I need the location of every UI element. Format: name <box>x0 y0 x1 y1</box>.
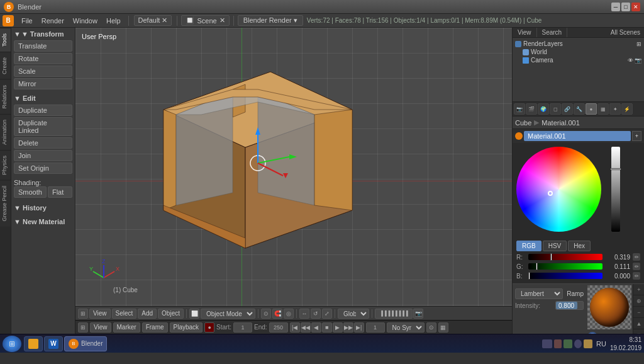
current-frame[interactable]: 1 <box>366 322 385 333</box>
tab-relations[interactable]: Relations <box>0 79 11 114</box>
tab-animation[interactable]: Animation <box>0 114 11 150</box>
scene-icon[interactable]: 🎬 <box>526 103 537 115</box>
taskbar-word[interactable]: W <box>44 336 63 351</box>
3d-viewport[interactable]: User Persp <box>75 28 512 306</box>
jump-end-icon[interactable]: ▶| <box>354 322 364 333</box>
material-name-button[interactable]: Material.001 <box>524 131 631 141</box>
camera-item[interactable]: Camera 👁 📷 <box>515 57 641 64</box>
rotate-icon[interactable]: ↺ <box>311 309 321 319</box>
end-frame[interactable]: 250 <box>269 322 288 333</box>
global-selector[interactable]: Global <box>338 309 369 319</box>
mat-preview[interactable] <box>587 285 631 329</box>
mode-selector[interactable]: Object Mode <box>201 309 255 319</box>
scale-button[interactable]: Scale <box>14 65 72 77</box>
play-icon[interactable]: ▐▐▐▐▐▐▐▐ <box>375 309 413 319</box>
step-back-icon[interactable]: ◀◀ <box>301 322 311 333</box>
camera-eye-icon[interactable]: 👁 <box>628 57 633 64</box>
hex-tab[interactable]: Hex <box>568 241 591 251</box>
play-back-icon[interactable]: ◀ <box>311 322 321 333</box>
rgb-tab[interactable]: RGB <box>516 241 541 251</box>
del-mat-icon[interactable]: − <box>633 307 644 318</box>
duplicate-button[interactable]: Duplicate <box>14 105 72 116</box>
r-edit-button[interactable]: ✏ <box>633 253 640 261</box>
render-layers-item[interactable]: RenderLayers ⊞ <box>515 40 641 47</box>
modifiers-icon[interactable]: 🔧 <box>574 103 585 115</box>
g-bar[interactable] <box>528 263 602 270</box>
menu-help[interactable]: Help <box>103 16 125 26</box>
join-button[interactable]: Join <box>14 150 72 161</box>
start-button[interactable]: ⊞ <box>3 336 21 352</box>
menu-window[interactable]: Window <box>69 16 101 26</box>
translate-icon[interactable]: ↔ <box>299 309 309 319</box>
play-icon-tl[interactable]: ▶ <box>333 322 343 333</box>
sync-icon[interactable]: ⊙ <box>426 322 436 333</box>
sync-selector[interactable]: No Sync <box>387 322 425 333</box>
camera-render-icon[interactable]: 📷 <box>635 57 641 64</box>
scale-icon[interactable]: ⤢ <box>322 309 332 319</box>
render-icon[interactable]: 📷 <box>514 103 525 115</box>
minimize-button[interactable]: ─ <box>611 3 620 11</box>
timeline-extra[interactable]: ▦ <box>438 322 448 333</box>
constraints-icon[interactable]: 🔗 <box>562 103 573 115</box>
g-edit-button[interactable]: ✏ <box>633 263 640 270</box>
taskbar-explorer[interactable] <box>24 336 43 351</box>
intensity-bar[interactable]: 0.800 <box>555 301 584 310</box>
maximize-button[interactable]: □ <box>621 3 630 11</box>
translate-button[interactable]: Translate <box>14 40 72 52</box>
rotate-button[interactable]: Rotate <box>14 53 72 64</box>
particles-icon[interactable]: ✦ <box>609 103 621 115</box>
all-scenes-label[interactable]: All Scenes <box>607 28 644 37</box>
shader-selector[interactable]: Lambert <box>515 288 563 299</box>
tab-tools[interactable]: Tools <box>0 28 11 52</box>
start-frame[interactable]: 1 <box>233 322 252 333</box>
move-down-icon[interactable]: ▼ <box>633 329 644 334</box>
preview-sphere-icon[interactable] <box>587 332 597 334</box>
pivot-icon[interactable]: ⊙ <box>261 309 271 319</box>
tab-grease-pencil[interactable]: Grease Pencil <box>0 180 11 227</box>
proportional-icon[interactable]: ◎ <box>284 309 294 319</box>
set-origin-button[interactable]: Set Origin <box>14 162 72 174</box>
tab-physics[interactable]: Physics <box>0 150 11 180</box>
world-prop-icon[interactable]: 🌍 <box>538 103 549 115</box>
select-button[interactable]: Select <box>112 309 137 319</box>
mirror-button[interactable]: Mirror <box>14 78 72 89</box>
texture-icon[interactable]: ▦ <box>597 103 609 115</box>
step-fwd-icon[interactable]: ▶▶ <box>343 322 353 333</box>
menu-file[interactable]: File <box>18 16 36 26</box>
timeline-playback[interactable]: Playback <box>170 322 203 333</box>
scene-selector[interactable]: 🔲 Scene ✕ <box>181 15 229 26</box>
view-tab[interactable]: View <box>513 28 537 37</box>
delete-button[interactable]: Delete <box>14 137 72 149</box>
hsv-tab[interactable]: HSV <box>543 241 567 251</box>
layout-selector[interactable]: Default ✕ <box>134 15 172 26</box>
timeline-frame[interactable]: Frame <box>142 322 168 333</box>
timeline-marker[interactable]: Marker <box>113 322 140 333</box>
add-mat-icon[interactable]: + <box>633 284 644 295</box>
search-tab[interactable]: Search <box>537 28 568 37</box>
world-item[interactable]: World <box>515 48 641 55</box>
b-bar[interactable] <box>528 273 602 279</box>
physics-icon[interactable]: ⚡ <box>621 103 633 115</box>
object-prop-icon[interactable]: ◻ <box>550 103 561 115</box>
add-button[interactable]: Add <box>138 309 157 319</box>
ramp-button[interactable]: Ramp <box>567 290 584 297</box>
engine-selector[interactable]: Blender Render ▾ <box>238 15 303 26</box>
record-icon[interactable]: ● <box>204 322 214 333</box>
brightness-bar[interactable] <box>611 147 620 232</box>
color-wheel[interactable] <box>516 147 601 232</box>
view-button[interactable]: View <box>89 309 111 319</box>
close-button[interactable]: ✕ <box>631 3 640 11</box>
stop-icon[interactable]: ■ <box>322 322 332 333</box>
flat-button[interactable]: Flat <box>48 186 72 198</box>
jump-start-icon[interactable]: |◀ <box>290 322 300 333</box>
duplicate-linked-button[interactable]: Duplicate Linked <box>14 117 72 136</box>
camera-icon[interactable]: 📷 <box>413 309 423 319</box>
copy-mat-icon[interactable]: ⊕ <box>633 295 644 307</box>
menu-render[interactable]: Render <box>38 16 68 26</box>
object-button[interactable]: Object <box>158 309 184 319</box>
b-edit-button[interactable]: ✏ <box>633 272 640 280</box>
color-wheel-container[interactable] <box>516 147 608 238</box>
material-icon[interactable]: ● <box>586 103 597 115</box>
timeline-view[interactable]: View <box>90 322 111 333</box>
smooth-button[interactable]: Smooth <box>14 186 47 198</box>
